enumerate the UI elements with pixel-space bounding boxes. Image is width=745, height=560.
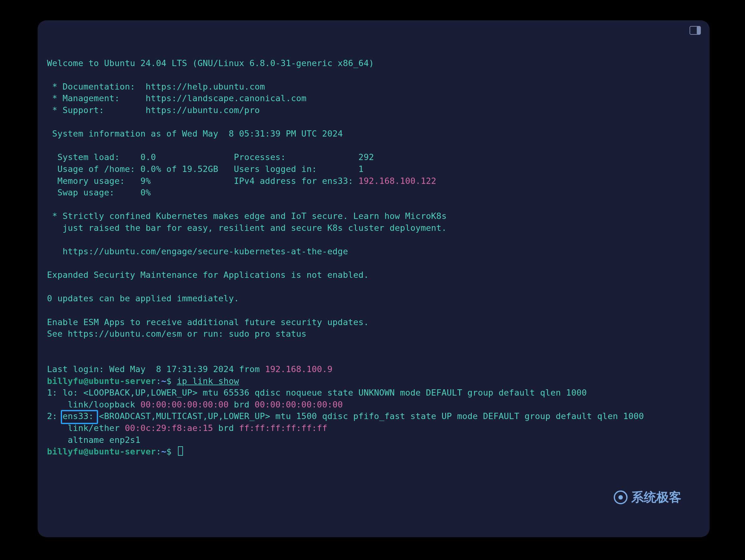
motd-esm-3: See https://ubuntu.com/esm or run: sudo … xyxy=(47,329,306,338)
iplink-lo-header: 1: lo: <LOOPBACK,UP,LOWER_UP> mtu 65536 … xyxy=(47,388,587,397)
motd-updates: 0 updates can be applied immediately. xyxy=(47,293,239,303)
motd-k8s-1: * Strictly confined Kubernetes makes edg… xyxy=(47,211,447,221)
motd-esm-1: Expanded Security Maintenance for Applic… xyxy=(47,270,369,280)
motd-k8s-url[interactable]: https://ubuntu.com/engage/secure-kuberne… xyxy=(47,246,348,256)
prompt-path: ~ xyxy=(161,376,167,386)
last-login-a: Last login: Wed May 8 17:31:39 2024 from xyxy=(47,364,265,374)
motd-doc-label: * Documentation: xyxy=(47,82,146,92)
prompt2-userhost: billyfu@ubuntu-server xyxy=(47,447,156,456)
motd-k8s-2: just raised the bar for easy, resilient … xyxy=(47,223,447,233)
motd-row-4: Swap usage: 0% xyxy=(47,188,151,197)
cursor[interactable] xyxy=(178,446,183,456)
iplink-lo-brd-label: brd xyxy=(229,400,255,409)
watermark: 系统极客 xyxy=(613,489,681,506)
iplink-lo-link-a: link/loopback xyxy=(47,400,140,409)
command-entered: ip link show xyxy=(177,376,239,386)
iplink-ens33-altname: altname enp2s1 xyxy=(47,435,140,445)
motd-mgmt-label: * Management: xyxy=(47,93,146,103)
prompt2-symbol: $ xyxy=(166,447,177,456)
watermark-logo-icon xyxy=(613,490,628,505)
iplink-ens33-link-a: link/ether xyxy=(47,423,125,433)
svg-point-3 xyxy=(618,495,623,499)
prompt2-path: ~ xyxy=(161,447,167,456)
motd-welcome: Welcome to Ubuntu 24.04 LTS (GNU/Linux 6… xyxy=(47,58,374,68)
iplink-lo-brd: 00:00:00:00:00:00 xyxy=(255,400,343,409)
motd-sup-url[interactable]: https://ubuntu.com/pro xyxy=(146,105,260,115)
iplink-ens33-pre: 2: xyxy=(47,411,63,421)
motd-row-3a: Memory usage: 9% IPv4 address for ens33: xyxy=(47,176,358,186)
motd-doc-url[interactable]: https://help.ubuntu.com xyxy=(146,82,265,92)
motd-row-1: System load: 0.0 Processes: 292 xyxy=(47,152,374,162)
motd-esm-2: Enable ESM Apps to receive additional fu… xyxy=(47,317,369,327)
motd-mgmt-url[interactable]: https://landscape.canonical.com xyxy=(146,93,307,103)
terminal-output[interactable]: Welcome to Ubuntu 24.04 LTS (GNU/Linux 6… xyxy=(47,45,700,528)
motd-row-2: Usage of /home: 0.0% of 19.52GB Users lo… xyxy=(47,164,364,174)
iplink-ens33-name: ens33: xyxy=(63,411,94,421)
prompt-userhost: billyfu@ubuntu-server xyxy=(47,376,156,386)
terminal-window: Welcome to Ubuntu 24.04 LTS (GNU/Linux 6… xyxy=(38,20,710,537)
svg-rect-1 xyxy=(697,26,701,34)
iplink-ens33-mac: 00:0c:29:f8:ae:15 xyxy=(125,423,213,433)
motd-sup-label: * Support: xyxy=(47,105,146,115)
prompt2-colon: : xyxy=(156,447,161,456)
iplink-lo-mac: 00:00:00:00:00:00 xyxy=(140,400,229,409)
iplink-ens33-post: <BROADCAST,MULTICAST,UP,LOWER_UP> mtu 15… xyxy=(94,411,644,421)
prompt-colon: : xyxy=(156,376,161,386)
titlebar-split-icon[interactable] xyxy=(689,26,701,35)
iplink-ens33-brd-label: brd xyxy=(213,423,239,433)
prompt-symbol: $ xyxy=(166,376,177,386)
motd-sysinfo-header: System information as of Wed May 8 05:31… xyxy=(47,129,343,138)
last-login-ip: 192.168.100.9 xyxy=(265,364,332,374)
motd-ipv4-value: 192.168.100.122 xyxy=(358,176,436,186)
watermark-text: 系统极客 xyxy=(631,489,681,506)
iplink-ens33-brd: ff:ff:ff:ff:ff:ff xyxy=(239,423,327,433)
